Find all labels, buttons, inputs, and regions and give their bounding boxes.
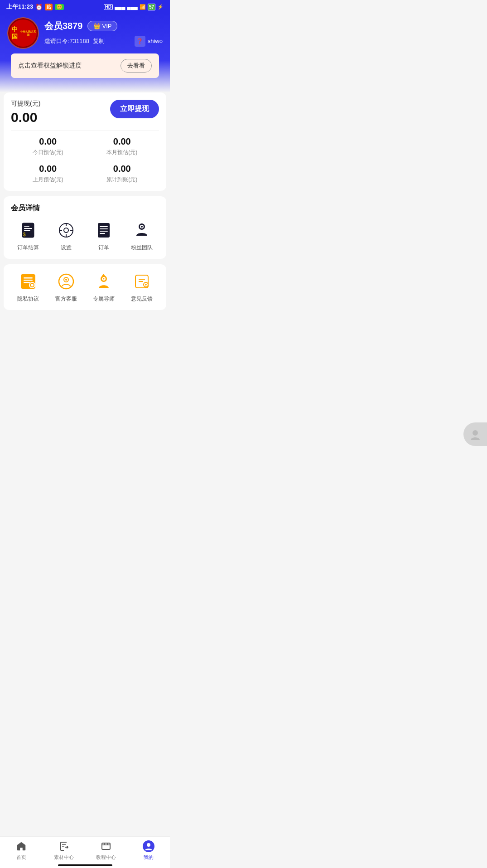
svg-rect-1 (24, 226, 29, 227)
vip-label: VIP (102, 23, 112, 29)
stat-month-label: 本月预估(元) (85, 149, 159, 156)
settings-icon (56, 220, 76, 240)
signal2-icon: ▄▄▄ (127, 4, 137, 10)
signal-icon: ▄▄▄ (115, 4, 125, 10)
stat-today-label: 今日预估(元) (11, 149, 85, 156)
feedback-icon (132, 272, 152, 291)
customer-service-icon (56, 272, 76, 291)
shiwo-label: shiwo (148, 38, 163, 44)
menu-item-order[interactable]: 订单 (87, 220, 121, 252)
order-settlement-icon: $ (18, 220, 38, 240)
services-card: 隐私协议 官方客服 (4, 264, 166, 310)
customer-service-label: 官方客服 (55, 295, 77, 303)
stat-month-value: 0.00 (85, 136, 159, 147)
menu-item-fan-team[interactable]: 粉丝团队 (125, 220, 159, 252)
svg-point-28 (65, 279, 67, 281)
privacy-label: 隐私协议 (17, 295, 39, 303)
stat-total-label: 累计到账(元) (85, 176, 159, 184)
earnings-divider (11, 131, 159, 131)
unlock-text: 点击查看权益解锁进度 (18, 62, 82, 70)
stat-month: 0.00 本月预估(元) (85, 136, 159, 156)
avatar[interactable]: 中国 中华人民共和国 (7, 17, 39, 49)
svg-rect-3 (24, 230, 30, 231)
order-icon (94, 220, 114, 240)
withdraw-button[interactable]: 立即提现 (110, 100, 159, 118)
fan-team-label: 粉丝团队 (131, 244, 153, 252)
status-left: 上午11:23 ⏰ 贴 😊 (6, 3, 64, 11)
earnings-card: 可提现(元) 0.00 立即提现 0.00 今日预估(元) 0.00 本月预估(… (4, 92, 166, 191)
svg-point-19 (141, 226, 143, 228)
svg-point-7 (64, 228, 68, 233)
shiwo-btn[interactable]: ❓ shiwo (135, 36, 163, 47)
svg-point-25 (31, 284, 34, 286)
invite-row: 邀请口令:731188 复制 ❓ shiwo (44, 36, 163, 47)
menu-item-settings[interactable]: 设置 (49, 220, 83, 252)
svg-rect-13 (100, 226, 108, 227)
app-icon: 😊 (55, 4, 64, 10)
svg-rect-21 (24, 277, 33, 279)
stat-total-value: 0.00 (85, 164, 159, 174)
privacy-icon (18, 272, 38, 291)
battery-icon: 57 (148, 4, 155, 10)
svg-rect-12 (98, 223, 110, 238)
svg-rect-23 (24, 282, 30, 283)
teacher-label: 专属导师 (93, 295, 115, 303)
svg-rect-22 (24, 280, 33, 281)
svg-rect-14 (100, 228, 108, 229)
stat-last-month-value: 0.00 (11, 164, 85, 174)
member-details-card: 会员详情 $ 订单结算 (4, 196, 166, 259)
status-bar: 上午11:23 ⏰ 贴 😊 HD ▄▄▄ ▄▄▄ 📶 57 ⚡ (0, 0, 170, 13)
username: 会员3879 (44, 20, 83, 32)
invite-code: 邀请口令:731188 (44, 37, 89, 45)
settings-label: 设置 (61, 244, 72, 252)
services-grid: 隐私协议 官方客服 (11, 272, 159, 303)
hd-icon: HD (104, 4, 113, 10)
shiwo-icon: ❓ (135, 36, 145, 47)
svg-rect-15 (100, 231, 108, 232)
stat-total: 0.00 累计到账(元) (85, 164, 159, 184)
member-section-title: 会员详情 (11, 204, 159, 213)
svg-rect-16 (100, 233, 105, 234)
earnings-info: 可提现(元) 0.00 (11, 100, 40, 125)
stat-last-month-label: 上月预估(元) (11, 176, 85, 184)
earnings-label: 可提现(元) (11, 100, 40, 108)
earnings-top: 可提现(元) 0.00 立即提现 (11, 100, 159, 125)
stat-last-month: 0.00 上月预估(元) (11, 164, 85, 184)
profile-info: 会员3879 👑 VIP 邀请口令:731188 复制 ❓ shiwo (44, 20, 163, 47)
service-teacher[interactable]: 专属导师 (87, 272, 121, 303)
charging-icon: ⚡ (157, 4, 164, 10)
order-label: 订单 (98, 244, 109, 252)
service-customer[interactable]: 官方客服 (49, 272, 83, 303)
content-area: 可提现(元) 0.00 立即提现 0.00 今日预估(元) 0.00 本月预估(… (0, 92, 170, 352)
teacher-icon (94, 272, 114, 291)
crown-icon: 👑 (93, 23, 101, 29)
svg-point-31 (103, 278, 105, 280)
unlock-button[interactable]: 去看看 (121, 59, 152, 73)
unlock-banner: 点击查看权益解锁进度 去看看 (11, 53, 159, 78)
vip-badge[interactable]: 👑 VIP (87, 21, 118, 31)
order-settlement-label: 订单结算 (17, 244, 39, 252)
svg-rect-2 (24, 228, 32, 229)
member-menu-grid: $ 订单结算 设置 (11, 220, 159, 252)
notification-icon: 贴 (45, 4, 53, 10)
feedback-label: 意见反馈 (131, 295, 153, 303)
svg-text:$: $ (23, 232, 26, 237)
avatar-inner: 中国 中华人民共和国 (10, 19, 37, 47)
alarm-icon: ⏰ (35, 4, 43, 10)
service-privacy[interactable]: 隐私协议 (11, 272, 45, 303)
wifi-icon: 📶 (140, 4, 146, 10)
service-feedback[interactable]: 意见反馈 (125, 272, 159, 303)
stat-today: 0.00 今日预估(元) (11, 136, 85, 156)
invite-left: 邀请口令:731188 复制 (44, 37, 105, 45)
fan-team-icon (132, 220, 152, 240)
status-right: HD ▄▄▄ ▄▄▄ 📶 57 ⚡ (104, 4, 164, 10)
menu-item-order-settlement[interactable]: $ 订单结算 (11, 220, 45, 252)
stats-grid: 0.00 今日预估(元) 0.00 本月预估(元) 0.00 上月预估(元) 0… (11, 136, 159, 184)
username-row: 会员3879 👑 VIP (44, 20, 163, 32)
header-section: 中国 中华人民共和国 会员3879 👑 VIP 邀请口令:731188 复制 ❓ (0, 13, 170, 92)
time: 上午11:23 (6, 3, 33, 11)
copy-button[interactable]: 复制 (93, 37, 105, 45)
stat-today-value: 0.00 (11, 136, 85, 147)
profile-row: 中国 中华人民共和国 会员3879 👑 VIP 邀请口令:731188 复制 ❓ (7, 17, 163, 49)
earnings-amount: 0.00 (11, 110, 40, 125)
